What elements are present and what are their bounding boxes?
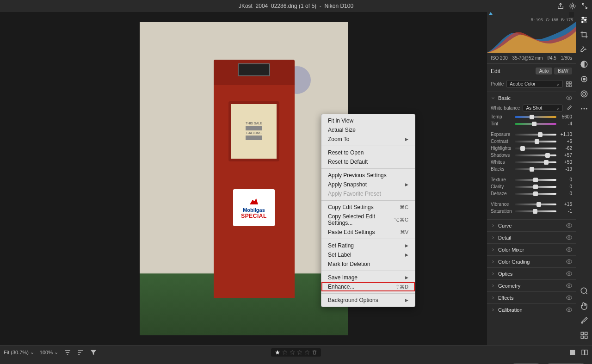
ctx-set-rating[interactable]: Set Rating▶ [321, 241, 415, 250]
presets-icon[interactable] [580, 90, 588, 98]
dehaze-slider[interactable]: Dehaze 0 [491, 191, 572, 196]
clarity-slider[interactable]: Clarity 0 [491, 184, 572, 189]
detail-header[interactable]: Detail [487, 232, 576, 243]
zoom-percent-select[interactable]: 100% ⌄ [40, 349, 58, 355]
star-icon[interactable] [282, 350, 288, 355]
svg-rect-1 [567, 81, 568, 83]
ctx-copy-selected[interactable]: Copy Selected Edit Settings...⌥⌘C [321, 212, 415, 228]
ctx-apply-previous[interactable]: Apply Previous Settings [321, 171, 415, 180]
star-icon[interactable] [290, 350, 295, 355]
ctx-reset-open[interactable]: Reset to Open [321, 148, 415, 157]
svg-rect-40 [585, 350, 587, 355]
eye-icon[interactable] [566, 295, 572, 301]
eye-icon[interactable] [566, 283, 572, 289]
curve-header[interactable]: Curve [487, 220, 576, 231]
ctx-set-label[interactable]: Set Label▶ [321, 250, 415, 259]
whites-slider[interactable]: Whites +50 [491, 160, 572, 165]
profile-browser-icon[interactable] [566, 81, 572, 87]
eyedropper-icon[interactable] [566, 105, 572, 111]
highlight-clip-icon[interactable] [569, 12, 574, 17]
auto-button[interactable]: Auto [536, 68, 553, 74]
effects-header[interactable]: Effects [487, 292, 576, 303]
histogram[interactable]: R: 195 G: 188 B: 175 [487, 12, 576, 53]
geometry-header[interactable]: Geometry [487, 280, 576, 291]
crop-tool-icon[interactable] [580, 31, 588, 39]
funnel-icon[interactable] [90, 349, 97, 356]
svg-point-7 [568, 237, 570, 238]
toggle-sampler-icon[interactable] [580, 316, 588, 325]
zoom-tool-icon[interactable] [580, 287, 588, 295]
temp-slider[interactable]: Temp 5600 [491, 114, 572, 119]
eye-icon[interactable] [566, 234, 572, 241]
share-icon[interactable] [557, 2, 564, 10]
optics-header[interactable]: Optics [487, 268, 576, 279]
shadows-slider[interactable]: Shadows +57 [491, 153, 572, 158]
masking-tool-icon[interactable] [580, 60, 588, 68]
bw-button[interactable]: B&W [554, 68, 572, 74]
ctx-zoom-to[interactable]: Zoom To▶ [321, 135, 415, 144]
svg-point-18 [584, 19, 586, 21]
contrast-label: Contrast [491, 139, 513, 144]
shadow-clip-icon[interactable] [489, 12, 493, 15]
ctx-apply-snapshot[interactable]: Apply Snapshot▶ [321, 180, 415, 189]
filmstrip-icon[interactable] [580, 331, 588, 339]
star-icon[interactable] [275, 350, 280, 355]
calibration-header[interactable]: Calibration [487, 304, 576, 315]
gear-icon[interactable] [569, 2, 576, 10]
temp-value: 5600 [558, 114, 572, 119]
trash-icon[interactable] [312, 350, 317, 355]
eye-icon[interactable] [566, 271, 572, 277]
ctx-paste-edit[interactable]: Paste Edit Settings⌘V [321, 228, 415, 237]
ctx-save-image[interactable]: Save Image▶ [321, 273, 415, 282]
redeye-tool-icon[interactable] [580, 75, 588, 83]
eye-icon[interactable] [566, 259, 572, 265]
ctx-enhance[interactable]: Enhance...⇧⌘D [321, 282, 415, 291]
compare-view-icon[interactable] [581, 349, 588, 356]
highlights-slider[interactable]: Highlights -62 [491, 146, 572, 151]
fullscreen-icon[interactable] [581, 2, 588, 10]
eye-icon[interactable] [566, 222, 572, 228]
exposure-slider[interactable]: Exposure +1.10 [491, 132, 572, 137]
fit-zoom-select[interactable]: Fit (30.7%) ⌄ [4, 349, 34, 355]
vibrance-slider[interactable]: Vibrance +15 [491, 202, 572, 207]
ctx-mark-deletion[interactable]: Mark for Deletion [321, 259, 415, 269]
color_grading-header[interactable]: Color Grading [487, 256, 576, 267]
wb-label: White balance [491, 105, 520, 111]
exposure-label: Exposure [491, 132, 513, 137]
rating-strip[interactable] [271, 348, 321, 357]
contrast-slider[interactable]: Contrast +6 [491, 139, 572, 144]
ctx-actual-size[interactable]: Actual Size [321, 125, 415, 135]
blacks-slider[interactable]: Blacks -19 [491, 167, 572, 172]
ctx-copy-edit[interactable]: Copy Edit Settings⌘C [321, 203, 415, 212]
single-view-icon[interactable] [569, 349, 576, 356]
svg-point-30 [581, 322, 583, 323]
texture-slider[interactable]: Texture 0 [491, 177, 572, 182]
filter-icon-2[interactable] [77, 349, 84, 356]
hand-tool-icon[interactable] [580, 302, 588, 310]
color_mixer-header[interactable]: Color Mixer [487, 244, 576, 255]
ctx-fit-in-view[interactable]: Fit in View [321, 116, 415, 125]
svg-point-12 [568, 297, 570, 298]
star-icon[interactable] [297, 350, 302, 355]
clarity-value: 0 [558, 184, 572, 189]
ctx-background[interactable]: Background Options▶ [321, 296, 415, 305]
chevron-down-icon [491, 96, 495, 100]
svg-point-25 [581, 108, 582, 110]
more-icon[interactable] [580, 105, 588, 113]
saturation-slider[interactable]: Saturation -1 [491, 209, 572, 214]
canvas[interactable]: THIS SALE GALLONS Mobilgas SPECIAL Fit i… [0, 12, 487, 345]
healing-tool-icon[interactable] [580, 45, 588, 54]
star-icon[interactable] [304, 350, 310, 355]
eye-icon[interactable] [566, 307, 572, 313]
ctx-reset-default[interactable]: Reset to Default [321, 157, 415, 167]
basic-header[interactable]: Basic [487, 92, 576, 104]
eye-icon[interactable] [566, 247, 572, 253]
tint-slider[interactable]: Tint -4 [491, 121, 572, 126]
eye-icon[interactable] [566, 95, 572, 101]
blacks-label: Blacks [491, 167, 513, 172]
wb-select[interactable]: As Shot⌄ [523, 105, 563, 111]
profile-select[interactable]: Adobe Color⌄ [506, 80, 563, 88]
sort-icon[interactable] [64, 349, 71, 356]
edit-tool-icon[interactable] [580, 16, 588, 24]
highlights-value: -62 [558, 146, 572, 151]
